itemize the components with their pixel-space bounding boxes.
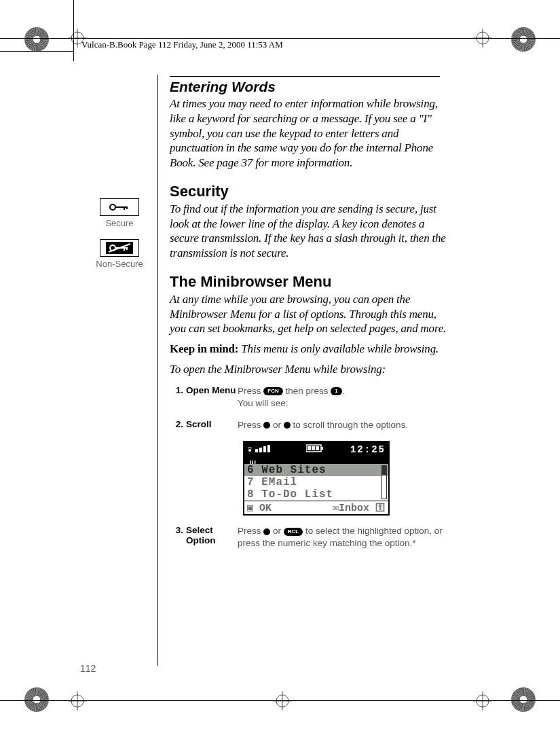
step-2: 2. Scroll Press or to scroll through the… (170, 419, 448, 431)
softkey-left: OK (259, 503, 272, 514)
secure-key-icon (100, 198, 139, 216)
step-description: Press FCN then press 1. You will see: (238, 385, 448, 410)
svg-rect-22 (124, 247, 125, 251)
corner-ornament (511, 687, 536, 712)
main-content: Entering Words At times you may need to … (170, 76, 448, 560)
nonsecure-key-icon (100, 239, 139, 257)
display-row-highlighted: 6 Web Sites (244, 464, 388, 476)
heading-security: Security (170, 183, 448, 200)
step-number: 3. (170, 525, 186, 549)
softkey-mail-icon: ✉ (333, 503, 339, 514)
scroll-up-key-icon (284, 422, 291, 429)
step-label: Open Menu (186, 385, 238, 410)
body-security: To find out if the information you are s… (170, 202, 448, 261)
steps-list: 1. Open Menu Press FCN then press 1. You… (170, 385, 448, 550)
display-row: 8 To-Do List (244, 488, 388, 501)
step-1: 1. Open Menu Press FCN then press 1. You… (170, 385, 448, 410)
registration-mark (68, 691, 87, 710)
svg-rect-17 (124, 206, 125, 210)
display-statusbar: 12:25 (244, 442, 388, 457)
softkey-select-icon: ▣ (247, 503, 253, 514)
softkey-key-icon: ⚿ (375, 503, 386, 514)
nonsecure-label: Non-Secure (88, 259, 151, 269)
scroll-down-key-icon (263, 422, 270, 429)
svg-rect-33 (312, 446, 315, 450)
svg-rect-31 (321, 447, 323, 450)
svg-rect-23 (126, 247, 128, 250)
phone-display: 12:25 IU 6 Web Sites 7 EMail 8 To-Do Lis… (243, 441, 390, 516)
crop-line (0, 700, 560, 701)
svg-rect-16 (115, 206, 127, 208)
svg-rect-27 (259, 448, 262, 452)
display-row: 7 EMail (244, 476, 388, 488)
corner-ornament (511, 27, 536, 52)
step-number: 2. (170, 419, 186, 431)
rcl-key-icon: RCL (284, 528, 303, 536)
display-softkeys: ▣ OK ✉Inbox ⚿ (244, 501, 388, 514)
one-key-icon: 1 (331, 387, 341, 395)
body-minibrowser-1: At any time while you are browsing, you … (170, 292, 448, 336)
battery-icon (306, 444, 324, 455)
svg-rect-28 (263, 446, 266, 452)
secure-label: Secure (88, 218, 151, 228)
svg-rect-26 (255, 449, 258, 452)
body-minibrowser-2: Keep in mind: This menu is only availabl… (170, 342, 448, 357)
security-icons-sidebar: Secure Non-Secure (88, 198, 151, 269)
step-description: Press or RCL to select the highlighted o… (238, 525, 448, 549)
select-key-icon (263, 528, 270, 535)
page-number: 112 (80, 663, 96, 674)
registration-mark (473, 691, 492, 710)
display-body: 6 Web Sites 7 EMail 8 To-Do List (244, 464, 388, 501)
svg-rect-29 (267, 445, 270, 452)
display-scrollbar (381, 465, 387, 499)
registration-mark (273, 691, 292, 710)
signal-icon (247, 444, 280, 456)
corner-ornament (24, 687, 49, 712)
svg-point-15 (110, 204, 115, 210)
fcn-key-icon: FCN (263, 387, 282, 395)
step-3: 3. Select Option Press or RCL to select … (170, 525, 448, 549)
corner-ornament (24, 27, 49, 52)
clock-time: 12:25 (350, 444, 386, 455)
vertical-rule (157, 75, 158, 666)
page-header: Vulcan-B.Book Page 112 Friday, June 2, 2… (81, 39, 283, 50)
svg-rect-18 (126, 206, 128, 209)
step-label: Scroll (186, 419, 238, 431)
svg-point-25 (248, 449, 251, 452)
svg-rect-34 (316, 446, 319, 450)
step-number: 1. (170, 385, 186, 410)
crop-line (0, 51, 73, 52)
crop-line (73, 0, 74, 61)
svg-rect-32 (307, 446, 311, 450)
heading-entering-words: Entering Words (170, 79, 448, 95)
softkey-right: Inbox (339, 503, 369, 514)
crop-line (0, 38, 560, 39)
heading-minibrowser: The Minibrowser Menu (170, 273, 448, 291)
keep-in-mind-label: Keep in mind: (170, 342, 238, 355)
body-entering-words: At times you may need to enter informati… (170, 96, 448, 170)
step-description: Press or to scroll through the options. (238, 419, 448, 431)
step-label: Select Option (186, 525, 238, 549)
body-minibrowser-3: To open the Minibrowser Menu while brows… (170, 362, 448, 377)
